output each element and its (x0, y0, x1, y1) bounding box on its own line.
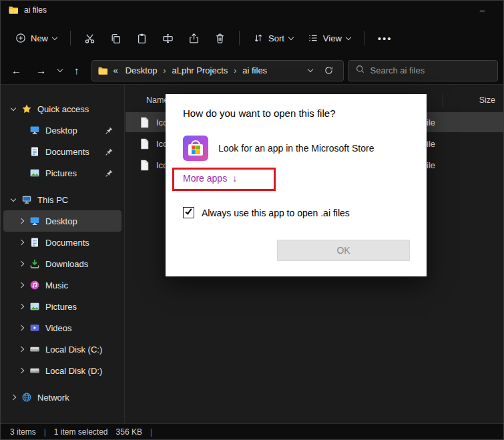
desktop-icon (29, 216, 40, 227)
item-count: 3 items (10, 427, 36, 437)
sidebar-item-quick-access[interactable]: Quick access (3, 98, 121, 120)
share-button[interactable] (182, 27, 206, 49)
view-button[interactable]: View (301, 27, 357, 49)
more-apps-link[interactable]: More apps ↓ (183, 173, 237, 184)
selection-summary: 1 item selected (54, 427, 108, 437)
column-divider[interactable] (443, 94, 443, 107)
sidebar-item-label: Downloads (45, 259, 88, 269)
chevron-right-icon[interactable] (19, 325, 24, 331)
status-separator: | (44, 427, 46, 437)
disk-drive-icon (29, 344, 40, 355)
forward-button[interactable]: → (31, 63, 51, 78)
new-button[interactable]: New (9, 27, 63, 49)
search-box[interactable] (348, 60, 499, 81)
pin-icon (105, 126, 113, 135)
paste-button[interactable] (130, 27, 154, 49)
chevron-right-icon[interactable] (19, 261, 24, 266)
sort-button[interactable]: Sort (246, 27, 300, 49)
breadcrumb-separator: › (163, 66, 166, 75)
sidebar-item-label: Music (45, 280, 68, 290)
up-button[interactable]: ↑ (69, 63, 85, 78)
disk-drive-icon (29, 365, 40, 377)
selection-size: 356 KB (116, 427, 142, 437)
scissors-icon (84, 33, 95, 44)
status-separator: | (150, 427, 152, 437)
sidebar-item-videos[interactable]: Videos (3, 317, 121, 339)
refresh-button[interactable] (320, 63, 338, 77)
sidebar-item-local-disk-c[interactable]: Local Disk (C:) (3, 339, 121, 360)
chevron-right-icon[interactable] (19, 347, 24, 352)
sidebar-item-label: Documents (45, 238, 89, 248)
sidebar-item-label: Local Disk (D:) (45, 366, 102, 376)
chevron-right-icon[interactable] (19, 304, 24, 309)
always-use-label: Always use this app to open .ai files (202, 208, 350, 218)
address-bar: ← → ↑ « Desktop › aLphr Projects › ai fi… (1, 57, 503, 85)
sidebar-item-desktop-pinned[interactable]: Desktop (3, 120, 121, 141)
recent-locations-button[interactable] (55, 67, 65, 73)
back-button[interactable]: ← (6, 63, 27, 78)
breadcrumb-bar[interactable]: « Desktop › aLphr Projects › ai files (91, 60, 344, 81)
chevron-down-icon[interactable] (11, 105, 16, 110)
star-icon (21, 103, 32, 115)
rename-icon (162, 33, 174, 44)
minimize-button[interactable]: – (473, 1, 491, 19)
copy-icon (110, 33, 121, 44)
navigation-pane: Quick access Desktop Documents Pictures … (1, 85, 125, 423)
sidebar-item-label: Desktop (45, 216, 77, 226)
chevron-right-icon[interactable] (19, 282, 24, 288)
more-options-button[interactable]: ••• (371, 27, 399, 49)
delete-button[interactable] (208, 27, 232, 49)
breadcrumb-item-ai-files[interactable]: ai files (240, 64, 270, 77)
file-icon (139, 138, 150, 150)
sidebar-item-documents[interactable]: Documents (3, 232, 121, 253)
sidebar-item-local-disk-d[interactable]: Local Disk (D:) (3, 360, 121, 381)
always-use-checkbox[interactable] (183, 207, 194, 218)
chevron-right-icon[interactable] (19, 240, 24, 245)
copy-button[interactable] (103, 27, 128, 49)
chevron-down-icon (288, 34, 294, 39)
folder-icon (7, 5, 19, 16)
share-icon (188, 33, 200, 44)
plus-circle-icon (15, 33, 26, 43)
pictures-icon (29, 301, 40, 312)
document-icon (29, 237, 40, 248)
address-dropdown-button[interactable] (304, 67, 316, 74)
store-option[interactable]: Look for an app in the Microsoft Store (183, 136, 374, 161)
pc-icon (21, 194, 32, 206)
arrow-down-icon: ↓ (232, 173, 237, 184)
chevron-right-icon[interactable] (19, 368, 24, 373)
rename-button[interactable] (156, 27, 180, 49)
pin-icon (105, 148, 113, 156)
column-header-size[interactable]: Size (479, 95, 495, 105)
sidebar-item-network[interactable]: Network (3, 387, 121, 408)
view-button-label: View (323, 33, 342, 43)
ellipsis-icon: ••• (378, 33, 393, 44)
sidebar-item-music[interactable]: Music (3, 274, 121, 296)
sidebar-item-desktop[interactable]: Desktop (3, 210, 121, 232)
ok-button[interactable]: OK (277, 240, 410, 261)
sidebar-item-pictures-pinned[interactable]: Pictures (3, 162, 121, 184)
sidebar-item-label: Local Disk (C:) (45, 345, 102, 355)
breadcrumb-item-desktop[interactable]: Desktop (123, 64, 160, 77)
chevron-right-icon[interactable] (19, 218, 24, 224)
status-bar: 3 items | 1 item selected 356 KB | (1, 423, 503, 439)
chevron-down-icon (346, 34, 351, 39)
breadcrumb-item-alphr-projects[interactable]: aLphr Projects (169, 64, 230, 77)
pin-icon (105, 169, 113, 178)
file-type-fragment: ile (427, 118, 435, 128)
sidebar-item-label: Pictures (45, 168, 77, 178)
chevron-down-icon (307, 67, 312, 72)
chevron-down-icon (57, 67, 63, 72)
checkmark-icon (185, 208, 192, 215)
sidebar-item-pictures[interactable]: Pictures (3, 296, 121, 317)
search-input[interactable] (370, 65, 491, 75)
breadcrumb-overflow[interactable]: « (112, 65, 119, 75)
cut-button[interactable] (77, 27, 102, 49)
sidebar-item-documents-pinned[interactable]: Documents (3, 141, 121, 162)
chevron-down-icon[interactable] (11, 196, 16, 201)
breadcrumb-separator: › (234, 66, 236, 75)
sidebar-item-downloads[interactable]: Downloads (3, 253, 121, 274)
sidebar-item-this-pc[interactable]: This PC (3, 189, 121, 210)
chevron-right-icon[interactable] (11, 395, 16, 400)
document-icon (29, 146, 40, 158)
